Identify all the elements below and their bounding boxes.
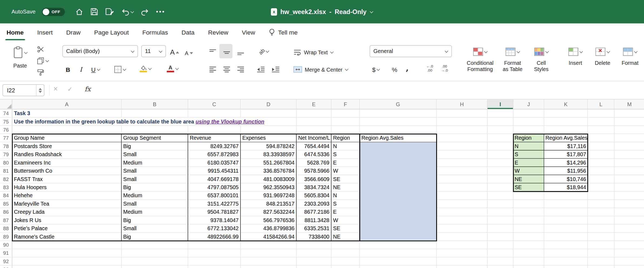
tab-tell-me[interactable]: Tell me: [269, 28, 297, 36]
decrease-decimal-button[interactable]: .00→.0: [441, 64, 448, 72]
row-header-80[interactable]: 80: [0, 159, 12, 167]
format-as-table-button[interactable]: Formatas Table: [498, 41, 527, 81]
cell-A78[interactable]: Postcards Store: [12, 142, 122, 150]
cell-C81[interactable]: 9915.454311: [188, 167, 241, 175]
chevron-down-icon[interactable]: [123, 68, 126, 71]
row-header-75[interactable]: 75: [0, 118, 12, 126]
row-header-86[interactable]: 86: [0, 208, 12, 216]
undo-button[interactable]: [121, 8, 134, 15]
lookup-value-S[interactable]: $17,807: [544, 150, 588, 159]
table-header-net-income-l[interactable]: Net Income/L: [297, 134, 331, 142]
cell-A79[interactable]: Randles Roadshack: [12, 150, 122, 159]
chevron-down-icon[interactable]: [266, 50, 269, 53]
borders-button[interactable]: [114, 63, 126, 76]
cell-C89[interactable]: 48922666.99: [188, 233, 241, 241]
row-header-77[interactable]: 77: [0, 134, 12, 142]
cell-E86[interactable]: 8677.2186: [297, 208, 331, 216]
lookup-region-S[interactable]: S: [513, 150, 544, 159]
increase-decimal-button[interactable]: ←.0.00: [426, 64, 433, 72]
row-header-83[interactable]: 83: [0, 183, 12, 192]
cell-B85[interactable]: Small: [121, 200, 188, 208]
column-header-M[interactable]: M: [614, 99, 644, 109]
cell-A87[interactable]: Jokes R Us: [12, 216, 122, 224]
cell-C88[interactable]: 6772.133042: [188, 225, 241, 233]
lookup-value-W[interactable]: $11,956: [544, 167, 588, 175]
lookup-region-W[interactable]: W: [513, 167, 544, 175]
column-header-I[interactable]: I: [487, 99, 513, 109]
tab-data[interactable]: Data: [182, 24, 195, 41]
cell-D78[interactable]: 594.878242: [241, 142, 297, 150]
tab-view[interactable]: View: [242, 24, 255, 41]
tab-home[interactable]: Home: [6, 24, 23, 41]
home-button[interactable]: [75, 8, 83, 16]
cell-E79[interactable]: 6474.5336: [297, 150, 331, 159]
chevron-down-icon[interactable]: [97, 68, 100, 71]
cell-D88[interactable]: 436.8799836: [241, 225, 297, 233]
cell-F86[interactable]: E: [331, 208, 360, 216]
cell-B83[interactable]: Big: [121, 183, 188, 192]
cell-E82[interactable]: 3566.6609: [297, 175, 331, 183]
cell-B88[interactable]: Small: [121, 225, 188, 233]
table-header-expenses[interactable]: Expenses: [241, 134, 297, 142]
cell-E87[interactable]: 8811.3428: [297, 216, 331, 224]
chevron-down-icon[interactable]: [175, 67, 179, 70]
cell-E81[interactable]: 9578.5966: [297, 167, 331, 175]
cell-A89[interactable]: Ramone's Castle: [12, 233, 122, 241]
cell-F89[interactable]: NE: [331, 233, 360, 241]
row-header-93[interactable]: 93: [0, 266, 12, 268]
lookup-region-SE[interactable]: SE: [513, 183, 544, 192]
cell-A80[interactable]: Examineers Inc: [12, 159, 122, 167]
column-header-K[interactable]: K: [544, 99, 588, 109]
column-header-E[interactable]: E: [297, 99, 331, 109]
cell-B87[interactable]: Big: [121, 216, 188, 224]
chevron-down-icon[interactable]: [345, 68, 348, 71]
column-header-A[interactable]: A: [12, 99, 122, 109]
row-header-84[interactable]: 84: [0, 192, 12, 200]
cell-B81[interactable]: Small: [121, 167, 188, 175]
tab-draw[interactable]: Draw: [66, 24, 80, 41]
cell-E83[interactable]: 3834.7324: [297, 183, 331, 192]
cell-F82[interactable]: SE: [331, 175, 360, 183]
cell-B80[interactable]: Medium: [121, 159, 188, 167]
cell-A86[interactable]: Creepy Lada: [12, 208, 122, 216]
cell-F80[interactable]: E: [331, 159, 360, 167]
cell-D84[interactable]: 931.9697248: [241, 192, 297, 200]
column-header-F[interactable]: F: [331, 99, 360, 109]
cell-A82[interactable]: FASST Trax: [12, 175, 122, 183]
fill-color-button[interactable]: [140, 62, 151, 75]
cell-D83[interactable]: 962.3550943: [241, 183, 297, 192]
cell-D86[interactable]: 827.5632244: [241, 208, 297, 216]
row-header-90[interactable]: 90: [0, 241, 12, 249]
table-header-group-name[interactable]: Group Name: [12, 134, 122, 142]
merge-center-button[interactable]: Merge & Center: [293, 63, 348, 76]
cell-F79[interactable]: S: [331, 150, 360, 159]
cell-B86[interactable]: Medium: [121, 208, 188, 216]
column-header-J[interactable]: J: [513, 99, 544, 109]
cell-C83[interactable]: 4797.087505: [188, 183, 241, 192]
cell-C84[interactable]: 6537.800101: [188, 192, 241, 200]
column-header-C[interactable]: C: [188, 99, 241, 109]
increase-font-size-button[interactable]: A: [170, 46, 179, 58]
cell-F81[interactable]: W: [331, 167, 360, 175]
table-header-region-avg-sales[interactable]: Region Avg.Sales: [360, 134, 437, 142]
select-all-corner[interactable]: [0, 99, 12, 109]
row-header-92[interactable]: 92: [0, 257, 12, 266]
row-header-74[interactable]: 74: [0, 109, 12, 118]
tab-page-layout[interactable]: Page Layout: [94, 24, 129, 41]
lookup-header-avg-sales[interactable]: Region Avg.Sales: [544, 134, 588, 142]
percent-format-button[interactable]: %: [392, 63, 397, 76]
lookup-header-region[interactable]: Region: [513, 134, 544, 142]
cell-D85[interactable]: 848.213517: [241, 200, 297, 208]
align-middle-button[interactable]: [223, 46, 231, 58]
autosave-toggle[interactable]: OFF: [42, 8, 65, 16]
cell-A83[interactable]: Hula Hoopers: [12, 183, 122, 192]
cell-F78[interactable]: N: [331, 142, 360, 150]
align-left-button[interactable]: [209, 63, 217, 76]
cell-F83[interactable]: NE: [331, 183, 360, 192]
column-header-D[interactable]: D: [241, 99, 297, 109]
currency-format-button[interactable]: $: [372, 63, 380, 76]
cell-A81[interactable]: Buttersworth Co: [12, 167, 122, 175]
conditional-formatting-button[interactable]: ConditionalFormatting: [463, 41, 497, 81]
column-header-L[interactable]: L: [588, 99, 615, 109]
column-header-H[interactable]: H: [437, 99, 488, 109]
